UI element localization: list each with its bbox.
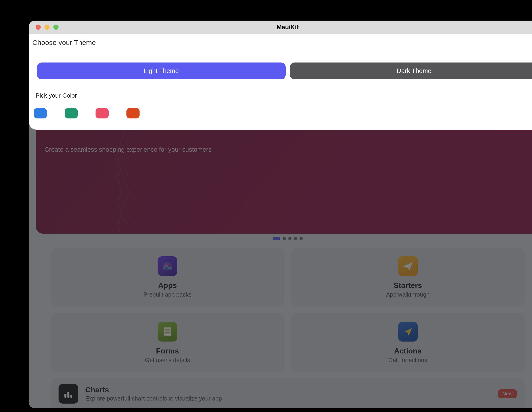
panel-header: Choose your Theme ✕ <box>29 34 532 51</box>
light-theme-button[interactable]: Light Theme <box>37 63 286 79</box>
color-swatch-orange[interactable] <box>126 108 140 118</box>
theme-toggle: Light Theme Dark Theme <box>29 51 532 79</box>
color-swatch-blue[interactable] <box>34 108 47 118</box>
close-window-button[interactable] <box>36 25 41 30</box>
color-swatches <box>29 99 532 118</box>
color-swatch-pink[interactable] <box>95 108 109 118</box>
pick-color-label: Pick your Color <box>29 79 532 99</box>
app-window: MauiKit Create a seamless shopping exper… <box>29 21 532 408</box>
dark-theme-button[interactable]: Dark Theme <box>290 63 532 79</box>
titlebar: MauiKit <box>29 21 532 34</box>
minimize-window-button[interactable] <box>45 25 50 30</box>
panel-title: Choose your Theme <box>32 39 96 47</box>
maximize-window-button[interactable] <box>53 25 58 30</box>
color-swatch-green[interactable] <box>65 108 78 118</box>
theme-panel: Choose your Theme ✕ Light Theme Dark The… <box>29 34 532 130</box>
traffic-lights <box>36 25 58 30</box>
window-title: MauiKit <box>277 24 299 31</box>
